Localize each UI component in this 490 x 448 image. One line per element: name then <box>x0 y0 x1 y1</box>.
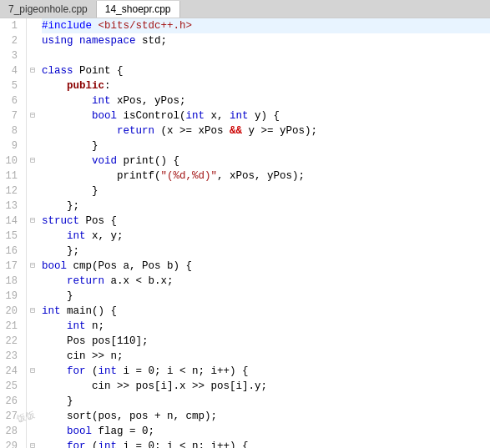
code-line-21: int n; <box>42 319 490 334</box>
code-line-3 <box>42 48 490 63</box>
collapse-marker-11 <box>27 169 38 184</box>
line-numbers: 1234567891011121314151617181920212223242… <box>0 18 27 448</box>
line-number-8: 8 <box>0 123 21 138</box>
tab-2[interactable]: 14_shoepr.cpp <box>97 1 180 18</box>
line-number-21: 21 <box>0 319 21 334</box>
code-line-16: }; <box>42 244 490 259</box>
collapse-marker-29[interactable]: ⊟ <box>27 439 38 448</box>
collapse-marker-13 <box>27 199 38 214</box>
collapse-marker-8 <box>27 123 38 138</box>
line-number-2: 2 <box>0 33 21 48</box>
code-line-13: }; <box>42 199 490 214</box>
code-line-28: bool flag = 0; <box>42 424 490 439</box>
line-number-10: 10 <box>0 154 21 169</box>
code-line-25: cin >> pos[i].x >> pos[i].y; <box>42 379 490 394</box>
code-line-9: } <box>42 138 490 154</box>
line-number-24: 24 <box>0 364 21 379</box>
line-number-1: 1 <box>0 18 21 33</box>
line-number-29: 29 <box>0 439 21 448</box>
collapse-marker-7[interactable]: ⊟ <box>27 108 38 123</box>
collapse-marker-16 <box>27 244 38 259</box>
code-line-7: bool isControl(int x, int y) { <box>42 108 490 123</box>
collapse-marker-18 <box>27 274 38 289</box>
line-number-22: 22 <box>0 334 21 349</box>
line-number-23: 23 <box>0 349 21 364</box>
line-number-13: 13 <box>0 199 21 214</box>
code-line-12: } <box>42 184 490 199</box>
code-line-24: for (int i = 0; i < n; i++) { <box>42 364 490 379</box>
line-number-4: 4 <box>0 63 21 78</box>
line-number-11: 11 <box>0 169 21 184</box>
code-line-8: return (x >= xPos && y >= yPos); <box>42 123 490 138</box>
line-number-19: 19 <box>0 289 21 304</box>
collapse-marker-10[interactable]: ⊟ <box>27 154 38 169</box>
code-line-26: } <box>42 394 490 409</box>
collapse-marker-22 <box>27 334 38 349</box>
collapse-marker-17[interactable]: ⊟ <box>27 259 38 274</box>
line-number-5: 5 <box>0 78 21 93</box>
collapse-marker-3 <box>27 48 38 63</box>
line-number-12: 12 <box>0 184 21 199</box>
line-number-17: 17 <box>0 259 21 274</box>
line-number-28: 28 <box>0 424 21 439</box>
tab-1[interactable]: 7_pigeonhole.cpp <box>0 1 97 18</box>
code-line-27: sort(pos, pos + n, cmp); <box>42 409 490 424</box>
code-line-1: #include <bits/stdc++.h> <box>42 18 490 33</box>
collapse-marker-26 <box>27 394 38 409</box>
line-number-20: 20 <box>0 304 21 319</box>
code-line-22: Pos pos[110]; <box>42 334 490 349</box>
line-number-18: 18 <box>0 274 21 289</box>
code-line-20: int main() { <box>42 304 490 319</box>
collapse-marker-24[interactable]: ⊟ <box>27 364 38 379</box>
collapse-marker-2 <box>27 33 38 48</box>
code-line-6: int xPos, yPos; <box>42 93 490 108</box>
collapse-marker-21 <box>27 319 38 334</box>
code-line-18: return a.x < b.x; <box>42 274 490 289</box>
line-number-6: 6 <box>0 93 21 108</box>
editor: 7_pigeonhole.cpp 14_shoepr.cpp 123456789… <box>0 0 490 448</box>
code-content: #include <bits/stdc++.h>using namespace … <box>38 18 490 448</box>
line-number-14: 14 <box>0 214 21 229</box>
code-line-5: public: <box>42 78 490 93</box>
code-line-17: bool cmp(Pos a, Pos b) { <box>42 259 490 274</box>
code-line-19: } <box>42 289 490 304</box>
code-line-14: struct Pos { <box>42 214 490 229</box>
collapse-marker-15 <box>27 229 38 244</box>
code-line-11: printf("(%d,%d)", xPos, yPos); <box>42 169 490 184</box>
collapse-marker-1 <box>27 18 38 33</box>
code-line-15: int x, y; <box>42 229 490 244</box>
code-line-2: using namespace std; <box>42 33 490 48</box>
collapse-marker-4[interactable]: ⊟ <box>27 63 38 78</box>
collapse-marker-19 <box>27 289 38 304</box>
line-number-26: 26 <box>0 394 21 409</box>
line-number-15: 15 <box>0 229 21 244</box>
collapse-marker-5 <box>27 78 38 93</box>
collapse-gutter: ⊟⊟⊟⊟⊟⊟⊟⊟ <box>27 18 38 448</box>
collapse-marker-9 <box>27 138 38 154</box>
code-line-23: cin >> n; <box>42 349 490 364</box>
line-number-16: 16 <box>0 244 21 259</box>
collapse-marker-14[interactable]: ⊟ <box>27 214 38 229</box>
code-area: 1234567891011121314151617181920212223242… <box>0 18 490 448</box>
tab-bar: 7_pigeonhole.cpp 14_shoepr.cpp <box>0 0 490 18</box>
line-number-9: 9 <box>0 138 21 154</box>
line-number-3: 3 <box>0 48 21 63</box>
code-line-29: for (int i = 0; i < n; i++) { <box>42 439 490 448</box>
collapse-marker-6 <box>27 93 38 108</box>
collapse-marker-20[interactable]: ⊟ <box>27 304 38 319</box>
code-line-4: class Point { <box>42 63 490 78</box>
collapse-marker-23 <box>27 349 38 364</box>
collapse-marker-25 <box>27 379 38 394</box>
line-number-7: 7 <box>0 108 21 123</box>
collapse-marker-28 <box>27 424 38 439</box>
collapse-marker-12 <box>27 184 38 199</box>
code-line-10: void print() { <box>42 154 490 169</box>
line-number-25: 25 <box>0 379 21 394</box>
